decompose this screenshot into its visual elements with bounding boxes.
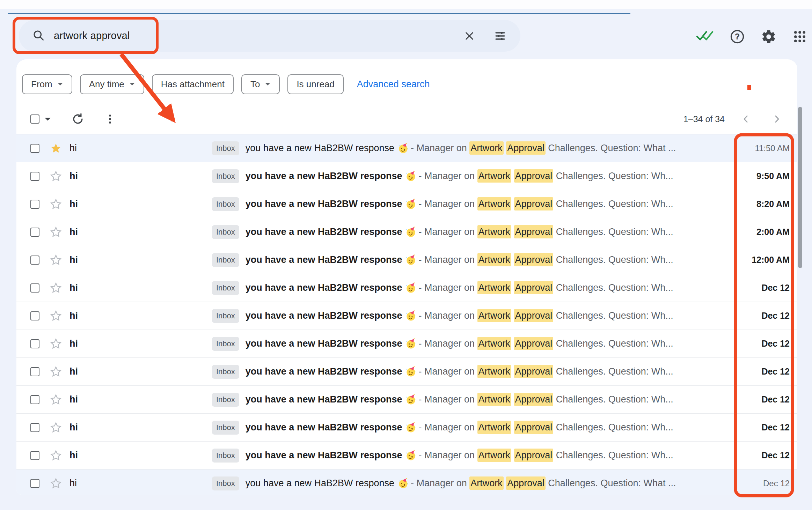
row-checkbox[interactable] — [30, 423, 39, 432]
next-page-button[interactable] — [771, 114, 782, 124]
search-highlight: Approval — [514, 337, 554, 350]
snippet-text: - Manager on Artwork Approval Challenges… — [418, 422, 673, 433]
snippet-text: - Manager on Artwork Approval Challenges… — [418, 310, 673, 321]
row-checkbox[interactable] — [30, 256, 39, 265]
star-outline-icon[interactable] — [50, 478, 62, 489]
search-options-button[interactable] — [494, 30, 506, 42]
star-outline-icon[interactable] — [50, 198, 62, 210]
email-row[interactable]: hiInboxyou have a new HaB2BW response- M… — [16, 469, 797, 495]
scrollbar-thumb[interactable] — [798, 107, 802, 268]
clear-search-button[interactable] — [464, 30, 475, 42]
timestamp: 8:20 AM — [727, 199, 790, 209]
inbox-label-chip: Inbox — [212, 476, 239, 490]
subject-text: you have a new HaB2BW response — [246, 310, 402, 321]
row-checkbox[interactable] — [30, 200, 39, 209]
filter-chip-is-unread[interactable]: Is unread — [287, 74, 343, 94]
subject-snippet: Inboxyou have a new HaB2BW response- Man… — [212, 169, 727, 183]
row-checkbox[interactable] — [30, 172, 39, 181]
row-checkbox[interactable] — [30, 228, 39, 237]
email-row[interactable]: hiInboxyou have a new HaB2BW response- M… — [16, 274, 797, 302]
select-dropdown-caret[interactable] — [44, 117, 51, 121]
star-outline-icon[interactable] — [50, 422, 62, 434]
filter-chip-to[interactable]: To — [241, 74, 280, 94]
search-bar[interactable]: artwork approval — [19, 20, 520, 52]
star-outline-icon[interactable] — [50, 450, 62, 461]
star-outline-icon[interactable] — [50, 338, 62, 350]
snippet-text: - Manager on Artwork Approval Challenges… — [418, 227, 673, 237]
inbox-label-chip: Inbox — [212, 449, 239, 463]
row-checkbox[interactable] — [30, 311, 39, 320]
sender-name: hi — [70, 310, 212, 321]
email-row[interactable]: hiInboxyou have a new HaB2BW response- M… — [16, 302, 797, 330]
search-highlight: Artwork — [469, 141, 504, 155]
filter-chip-has-attachment[interactable]: Has attachment — [152, 74, 234, 94]
window-top-border — [8, 13, 630, 14]
sender-name: hi — [70, 227, 212, 237]
star-outline-icon[interactable] — [50, 170, 62, 182]
email-row[interactable]: hiInboxyou have a new HaB2BW response- M… — [16, 190, 797, 218]
star-filled-icon[interactable] — [50, 142, 62, 154]
search-highlight: Approval — [506, 141, 546, 155]
filter-chips-row: From Any time Has attachment To Is unrea… — [16, 59, 797, 94]
star-outline-icon[interactable] — [50, 282, 62, 294]
row-checkbox[interactable] — [30, 144, 39, 153]
subject-snippet: Inboxyou have a new HaB2BW response- Man… — [212, 309, 727, 323]
snippet-text: - Manager on Artwork Approval Challenges… — [418, 366, 673, 377]
refresh-button[interactable] — [71, 112, 85, 126]
star-outline-icon[interactable] — [50, 394, 62, 406]
timestamp: 11:50 AM — [727, 143, 790, 153]
more-options-button[interactable] — [104, 113, 116, 125]
row-checkbox[interactable] — [30, 451, 39, 460]
filter-chip-any-time[interactable]: Any time — [80, 74, 144, 94]
subject-text: you have a new HaB2BW response — [246, 422, 402, 433]
sender-name: hi — [70, 450, 212, 461]
subject-text: you have a new HaB2BW response — [246, 338, 402, 349]
email-row[interactable]: hiInboxyou have a new HaB2BW response- M… — [16, 134, 797, 162]
search-icon — [32, 29, 45, 43]
row-checkbox[interactable] — [30, 367, 39, 376]
advanced-search-link[interactable]: Advanced search — [357, 79, 430, 90]
email-row[interactable]: hiInboxyou have a new HaB2BW response- M… — [16, 162, 797, 190]
snippet-text: - Manager on Artwork Approval Challenges… — [418, 199, 673, 209]
search-highlight: Approval — [514, 225, 554, 238]
sender-name: hi — [70, 199, 212, 209]
subject-snippet: Inboxyou have a new HaB2BW response- Man… — [212, 225, 727, 239]
inbox-label-chip: Inbox — [212, 309, 239, 323]
email-row[interactable]: hiInboxyou have a new HaB2BW response- M… — [16, 218, 797, 246]
subject-text: you have a new HaB2BW response — [246, 143, 394, 154]
email-row[interactable]: hiInboxyou have a new HaB2BW response- M… — [16, 441, 797, 469]
email-row[interactable]: hiInboxyou have a new HaB2BW response- M… — [16, 385, 797, 413]
subject-snippet: Inboxyou have a new HaB2BW response- Man… — [212, 421, 727, 435]
sender-name: hi — [70, 366, 212, 377]
star-outline-icon[interactable] — [50, 366, 62, 378]
email-row[interactable]: hiInboxyou have a new HaB2BW response- M… — [16, 330, 797, 357]
filter-chip-from[interactable]: From — [22, 74, 72, 94]
prev-page-button[interactable] — [741, 114, 751, 124]
inbox-label-chip: Inbox — [212, 365, 239, 379]
party-emoji — [398, 143, 409, 154]
inbox-label-chip: Inbox — [212, 169, 239, 183]
search-highlight: Artwork — [477, 449, 512, 462]
star-outline-icon[interactable] — [50, 226, 62, 238]
apps-grid-icon[interactable] — [792, 29, 807, 44]
row-checkbox[interactable] — [30, 339, 39, 348]
search-input[interactable]: artwork approval — [54, 30, 130, 42]
star-outline-icon[interactable] — [50, 254, 62, 266]
email-row[interactable]: hiInboxyou have a new HaB2BW response- M… — [16, 357, 797, 385]
help-icon[interactable]: ? — [730, 29, 745, 44]
search-highlight: Approval — [514, 169, 554, 183]
email-row[interactable]: hiInboxyou have a new HaB2BW response- M… — [16, 413, 797, 441]
subject-snippet: Inboxyou have a new HaB2BW response- Man… — [212, 365, 727, 379]
select-all-checkbox[interactable] — [30, 114, 39, 124]
party-emoji — [405, 171, 416, 182]
search-highlight: Approval — [514, 421, 554, 434]
settings-gear-icon[interactable] — [761, 29, 776, 44]
row-checkbox[interactable] — [30, 395, 39, 404]
row-checkbox[interactable] — [30, 283, 39, 293]
timestamp: Dec 12 — [727, 311, 790, 321]
email-row[interactable]: hiInboxyou have a new HaB2BW response- M… — [16, 246, 797, 274]
search-results-card: From Any time Has attachment To Is unrea… — [16, 59, 797, 495]
subject-snippet: Inboxyou have a new HaB2BW response- Man… — [212, 141, 727, 155]
star-outline-icon[interactable] — [50, 310, 62, 322]
row-checkbox[interactable] — [30, 479, 39, 488]
